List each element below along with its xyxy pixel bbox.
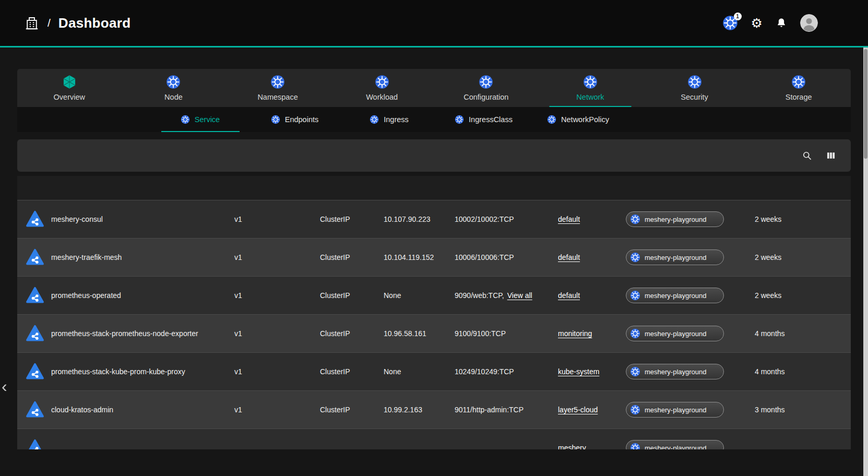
main-tab-security[interactable]: Security (643, 69, 747, 107)
namespace-link[interactable]: monitoring (558, 329, 592, 338)
table-row[interactable]: meshery meshery-playground (17, 429, 851, 449)
table-row[interactable]: cloud-kratos-admin v1 ClusterIP 10.99.2.… (17, 390, 851, 429)
namespace-cell: layer5-cloud (558, 406, 626, 414)
scrollbar-thumb[interactable] (864, 49, 867, 159)
cluster-chip[interactable]: meshery-playground (626, 211, 724, 227)
service-type: ClusterIP (320, 367, 384, 376)
main-tab-bar: Overview Node Namespace Workload Configu… (17, 69, 851, 107)
cluster-cell: meshery-playground (626, 402, 755, 418)
kubernetes-context-button[interactable]: 1 (722, 15, 738, 31)
name-cell (26, 438, 234, 449)
kubernetes-icon (270, 75, 285, 89)
table-row[interactable]: meshery-traefik-mesh v1 ClusterIP 10.104… (17, 238, 851, 276)
cluster-chip[interactable]: meshery-playground (626, 440, 724, 449)
kubernetes-icon (181, 115, 190, 124)
main-tab-namespace[interactable]: Namespace (225, 69, 330, 107)
cluster-chip[interactable]: meshery-playground (626, 364, 724, 379)
ports-cell: 9100/9100:TCP (455, 329, 558, 338)
ports: 9090/web:TCP, (455, 291, 504, 300)
search-icon[interactable] (802, 150, 812, 161)
cluster-name: meshery-playground (645, 444, 707, 450)
page-scrollbar[interactable] (863, 47, 868, 476)
service-type: ClusterIP (320, 406, 384, 414)
sub-tab-label: Service (195, 115, 220, 124)
cluster-ip: 10.107.90.223 (384, 215, 455, 223)
cluster-cell: meshery-playground (626, 326, 755, 341)
table-toolbar (17, 139, 851, 172)
sub-tab-networkpolicy[interactable]: NetworkPolicy (531, 107, 625, 132)
cluster-cell: meshery-playground (626, 364, 755, 379)
table-row[interactable]: prometheus-operated v1 ClusterIP None 90… (17, 276, 851, 314)
cluster-cell: meshery-playground (626, 211, 755, 227)
age: 2 weeks (755, 215, 851, 223)
name-cell: meshery-traefik-mesh (26, 248, 234, 267)
ports-cell: 10006/10006:TCP (455, 253, 558, 261)
namespace-cell: monitoring (558, 329, 626, 338)
view-columns-icon[interactable] (826, 150, 836, 161)
namespace-cell: default (558, 291, 626, 300)
ports-cell: 10002/10002:TCP (455, 215, 558, 223)
cluster-chip[interactable]: meshery-playground (626, 326, 724, 341)
service-type: ClusterIP (320, 215, 384, 223)
api-version: v1 (234, 291, 320, 300)
age: 2 weeks (755, 253, 851, 261)
namespace-link[interactable]: default (558, 253, 580, 261)
cluster-chip[interactable]: meshery-playground (626, 402, 724, 418)
sub-tab-service[interactable]: Service (153, 107, 247, 132)
service-name: prometheus-stack-prometheus-node-exporte… (51, 329, 198, 338)
namespace-cell: kube-system (558, 367, 626, 376)
user-avatar[interactable] (800, 14, 818, 32)
collapse-drawer-chevron-icon[interactable]: ‹ (2, 378, 7, 395)
ports-cell: 9011/http-admin:TCP (455, 406, 558, 414)
settings-gear-icon[interactable]: ⚙ (751, 17, 763, 30)
main-tab-label: Workload (366, 93, 398, 101)
table-row[interactable]: meshery-consul v1 ClusterIP 10.107.90.22… (17, 200, 851, 238)
main-tab-configuration[interactable]: Configuration (434, 69, 539, 107)
table-header-row (17, 176, 851, 200)
sub-tab-endpoints[interactable]: Endpoints (247, 107, 342, 132)
ports-cell: 9090/web:TCP, View all (455, 291, 558, 300)
sub-tab-label: Endpoints (285, 115, 319, 124)
ports: 9100/9100:TCP (455, 329, 506, 338)
api-version: v1 (234, 367, 320, 376)
cluster-cell: meshery-playground (626, 440, 755, 449)
main-tab-label: Storage (786, 93, 812, 101)
service-type: ClusterIP (320, 253, 384, 261)
main-tab-node[interactable]: Node (122, 69, 226, 107)
cluster-chip[interactable]: meshery-playground (626, 288, 724, 303)
main-tab-storage[interactable]: Storage (746, 69, 851, 107)
namespace-link[interactable]: layer5-cloud (558, 406, 598, 414)
ports-cell: 10249/10249:TCP (455, 367, 558, 376)
sub-tab-ingress[interactable]: Ingress (342, 107, 436, 132)
kubernetes-icon (630, 366, 640, 377)
table-row[interactable]: prometheus-stack-kube-prom-kube-proxy v1… (17, 352, 851, 390)
kubernetes-icon (479, 75, 493, 89)
main-tab-overview[interactable]: Overview (17, 69, 122, 107)
header-actions: 1 ⚙ (722, 14, 818, 32)
service-triangle-icon (26, 248, 44, 267)
cluster-chip[interactable]: meshery-playground (626, 249, 724, 265)
sub-tab-label: Ingress (384, 115, 409, 124)
name-cell: prometheus-stack-prometheus-node-exporte… (26, 324, 234, 343)
namespace-link[interactable]: default (558, 215, 580, 223)
ports-view-all-link[interactable]: View all (507, 291, 532, 300)
namespace-cell: default (558, 215, 626, 223)
main-tab-network[interactable]: Network (538, 69, 643, 107)
sub-tab-ingressclass[interactable]: IngressClass (436, 107, 531, 132)
service-triangle-icon (26, 400, 44, 419)
notifications-bell-icon[interactable] (776, 17, 787, 29)
cluster-ip: None (384, 291, 455, 300)
kubernetes-icon (630, 290, 640, 301)
cluster-cell: meshery-playground (626, 249, 755, 265)
kubernetes-icon (547, 115, 556, 124)
kubernetes-icon (370, 115, 379, 124)
name-cell: prometheus-stack-kube-prom-kube-proxy (26, 362, 234, 381)
table-row[interactable]: prometheus-stack-prometheus-node-exporte… (17, 314, 851, 352)
main-tab-label: Configuration (463, 93, 508, 101)
main-tab-workload[interactable]: Workload (330, 69, 434, 107)
kubernetes-icon (630, 214, 640, 224)
namespace-link[interactable]: meshery (558, 444, 586, 449)
namespace-link[interactable]: default (558, 291, 580, 300)
namespace-link[interactable]: kube-system (558, 367, 599, 376)
ports: 10249/10249:TCP (455, 367, 514, 376)
